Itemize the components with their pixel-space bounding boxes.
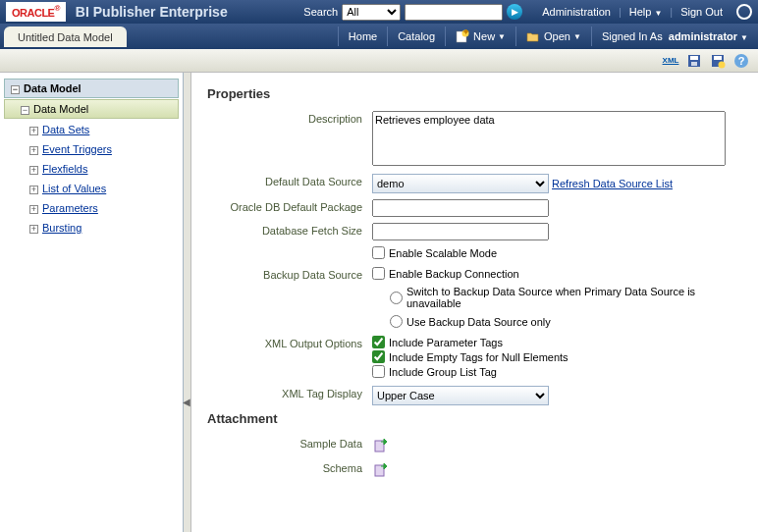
tree-root[interactable]: −Data Model [4, 79, 179, 98]
backup-only-radio[interactable] [390, 315, 403, 328]
user-menu[interactable]: administrator▼ [669, 30, 748, 42]
tree-data-sets[interactable]: +Data Sets [4, 121, 179, 138]
backup-switch-radio[interactable] [390, 292, 403, 304]
scalable-checkbox[interactable] [372, 246, 385, 259]
svg-rect-12 [375, 465, 384, 476]
admin-link[interactable]: Administration [542, 6, 611, 18]
xml-empty-label: Include Empty Tags for Null Elements [389, 351, 568, 363]
signout-link[interactable]: Sign Out [680, 6, 723, 18]
xml-button[interactable]: XML [662, 52, 679, 70]
oracle-logo: ORACLE® [6, 2, 66, 22]
search-input[interactable] [405, 4, 503, 21]
svg-rect-11 [375, 441, 384, 452]
backup-conn-checkbox[interactable] [372, 267, 385, 280]
expand-icon[interactable]: + [29, 225, 38, 234]
description-label: Description [207, 111, 372, 125]
expand-icon[interactable]: + [29, 205, 38, 214]
schema-label: Schema [207, 460, 372, 474]
nav-home[interactable]: Home [338, 27, 387, 46]
default-ds-select[interactable]: demo [372, 174, 549, 193]
fetch-size-input[interactable] [372, 223, 549, 240]
tab-untitled[interactable]: Untitled Data Model [4, 27, 127, 47]
svg-point-8 [719, 61, 726, 68]
collapse-icon[interactable]: − [21, 106, 29, 115]
signed-in-label: Signed In As administrator▼ [591, 27, 758, 46]
description-input[interactable] [372, 111, 726, 166]
xml-tag-select[interactable]: Upper Case [372, 386, 549, 405]
backup-conn-label: Enable Backup Connection [389, 268, 519, 280]
xml-param-checkbox[interactable] [372, 336, 385, 348]
tree-bursting[interactable]: +Bursting [4, 219, 179, 237]
tree-list-of-values[interactable]: +List of Values [4, 180, 179, 197]
oracle-o-icon [736, 4, 752, 20]
svg-rect-5 [691, 62, 697, 66]
properties-heading: Properties [207, 86, 742, 101]
xml-group-label: Include Group List Tag [389, 366, 497, 378]
new-icon: ✦ [456, 29, 469, 43]
expand-icon[interactable]: + [29, 166, 38, 175]
search-type-select[interactable]: All [342, 4, 401, 21]
backup-only-label: Use Backup Data Source only [406, 316, 551, 328]
app-title: BI Publisher Enterprise [76, 4, 228, 20]
attachment-heading: Attachment [207, 411, 742, 426]
xml-output-label: XML Output Options [207, 336, 372, 349]
top-header: ORACLE® BI Publisher Enterprise Search A… [0, 0, 758, 24]
open-folder-icon [526, 29, 540, 43]
collapse-icon[interactable]: − [11, 85, 20, 94]
nav-catalog[interactable]: Catalog [387, 27, 445, 46]
save-as-button[interactable] [709, 52, 727, 70]
xml-param-label: Include Parameter Tags [389, 337, 503, 348]
sample-data-label: Sample Data [207, 436, 372, 450]
expand-icon[interactable]: + [29, 127, 38, 135]
nav-bar: Untitled Data Model Home Catalog ✦ New▼ … [0, 24, 758, 49]
db-package-input[interactable] [372, 199, 549, 217]
xml-tag-label: XML Tag Display [207, 386, 372, 399]
nav-new[interactable]: ✦ New▼ [445, 27, 515, 46]
xml-empty-checkbox[interactable] [372, 350, 385, 363]
db-package-label: Oracle DB Default Package [207, 199, 372, 213]
default-ds-label: Default Data Source [207, 174, 372, 187]
save-button[interactable] [685, 52, 703, 70]
search-label: Search [303, 6, 338, 18]
fetch-size-label: Database Fetch Size [207, 223, 372, 237]
splitter-handle-icon[interactable]: ◀ [183, 397, 190, 407]
splitter[interactable]: ◀ [184, 73, 191, 532]
svg-text:?: ? [738, 55, 745, 67]
help-link[interactable]: Help▼ [629, 6, 663, 18]
nav-open[interactable]: Open▼ [515, 27, 591, 46]
editor-toolbar: XML ? [0, 49, 758, 73]
help-button[interactable]: ? [732, 52, 750, 70]
refresh-ds-link[interactable]: Refresh Data Source List [552, 178, 673, 189]
svg-rect-4 [690, 56, 698, 60]
tree-selected[interactable]: −Data Model [4, 99, 179, 119]
backup-ds-label: Backup Data Source [207, 267, 372, 281]
sidebar-tree: −Data Model −Data Model +Data Sets +Even… [0, 73, 184, 532]
upload-sample-button[interactable] [372, 436, 390, 453]
main-panel: Properties Description Default Data Sour… [191, 73, 758, 532]
scalable-label: Enable Scalable Mode [389, 247, 497, 259]
expand-icon[interactable]: + [29, 146, 38, 155]
backup-switch-label: Switch to Backup Data Source when Primar… [406, 286, 742, 309]
xml-group-checkbox[interactable] [372, 365, 385, 378]
svg-text:✦: ✦ [461, 29, 470, 37]
search-go-button[interactable]: ▶ [507, 4, 522, 20]
upload-schema-button[interactable] [372, 460, 390, 478]
expand-icon[interactable]: + [29, 186, 38, 194]
svg-rect-7 [714, 56, 722, 60]
tree-flexfields[interactable]: +Flexfields [4, 160, 179, 178]
tree-event-triggers[interactable]: +Event Triggers [4, 140, 179, 158]
tree-parameters[interactable]: +Parameters [4, 199, 179, 217]
